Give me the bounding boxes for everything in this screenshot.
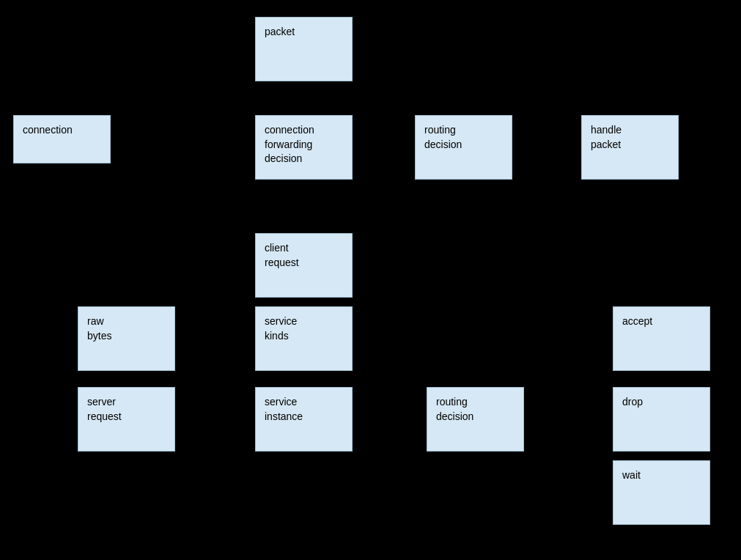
routing-decision-bottom: routingdecision xyxy=(427,387,524,452)
client-request-label: clientrequest xyxy=(265,241,299,270)
service-kinds-label: servicekinds xyxy=(265,314,297,343)
connection: connection xyxy=(13,115,111,163)
wait-label: wait xyxy=(622,468,641,483)
connection-forwarding-decision: connectionforwardingdecision xyxy=(255,115,353,180)
accept-label: accept xyxy=(622,314,652,329)
client-request: clientrequest xyxy=(255,233,353,298)
drop: drop xyxy=(613,387,710,452)
packet: packet xyxy=(255,17,353,81)
connection-label: connection xyxy=(23,123,73,138)
diagram-container: packetconnectionconnectionforwardingdeci… xyxy=(0,0,741,560)
routing-decision-top-label: routingdecision xyxy=(424,123,462,152)
server-request-label: serverrequest xyxy=(87,395,122,424)
raw-bytes-label: rawbytes xyxy=(87,314,111,343)
service-instance: serviceinstance xyxy=(255,387,353,452)
server-request: serverrequest xyxy=(78,387,175,452)
packet-label: packet xyxy=(265,25,295,40)
service-kinds: servicekinds xyxy=(255,306,353,371)
connection-forwarding-decision-label: connectionforwardingdecision xyxy=(265,123,314,166)
wait: wait xyxy=(613,460,710,525)
accept: accept xyxy=(613,306,710,371)
handle-packet-label: handlepacket xyxy=(591,123,622,152)
raw-bytes: rawbytes xyxy=(78,306,175,371)
handle-packet: handlepacket xyxy=(581,115,679,180)
routing-decision-top: routingdecision xyxy=(415,115,512,180)
drop-label: drop xyxy=(622,395,643,410)
routing-decision-bottom-label: routingdecision xyxy=(436,395,473,424)
service-instance-label: serviceinstance xyxy=(265,395,303,424)
